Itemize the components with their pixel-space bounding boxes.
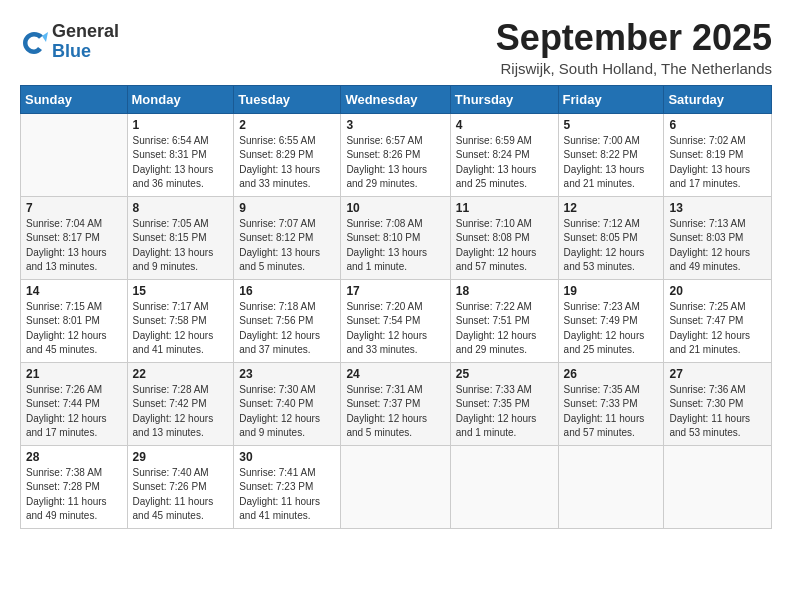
header-row: Sunday Monday Tuesday Wednesday Thursday… [21, 85, 772, 113]
cell-w3-d3: 17Sunrise: 7:20 AMSunset: 7:54 PMDayligh… [341, 279, 450, 362]
col-wednesday: Wednesday [341, 85, 450, 113]
day-info-21: Sunrise: 7:26 AMSunset: 7:44 PMDaylight:… [26, 383, 122, 441]
day-number-24: 24 [346, 367, 444, 381]
cell-w1-d3: 3Sunrise: 6:57 AMSunset: 8:26 PMDaylight… [341, 113, 450, 196]
day-number-25: 25 [456, 367, 553, 381]
col-friday: Friday [558, 85, 664, 113]
cell-w3-d6: 20Sunrise: 7:25 AMSunset: 7:47 PMDayligh… [664, 279, 772, 362]
cell-w2-d3: 10Sunrise: 7:08 AMSunset: 8:10 PMDayligh… [341, 196, 450, 279]
cell-w1-d2: 2Sunrise: 6:55 AMSunset: 8:29 PMDaylight… [234, 113, 341, 196]
day-info-7: Sunrise: 7:04 AMSunset: 8:17 PMDaylight:… [26, 217, 122, 275]
cell-w3-d0: 14Sunrise: 7:15 AMSunset: 8:01 PMDayligh… [21, 279, 128, 362]
day-number-3: 3 [346, 118, 444, 132]
day-number-7: 7 [26, 201, 122, 215]
col-saturday: Saturday [664, 85, 772, 113]
col-thursday: Thursday [450, 85, 558, 113]
cell-w5-d3 [341, 445, 450, 528]
calendar-body: 1Sunrise: 6:54 AMSunset: 8:31 PMDaylight… [21, 113, 772, 528]
cell-w1-d1: 1Sunrise: 6:54 AMSunset: 8:31 PMDaylight… [127, 113, 234, 196]
day-info-18: Sunrise: 7:22 AMSunset: 7:51 PMDaylight:… [456, 300, 553, 358]
day-info-6: Sunrise: 7:02 AMSunset: 8:19 PMDaylight:… [669, 134, 766, 192]
header: General Blue September 2025 Rijswijk, So… [20, 18, 772, 77]
day-info-15: Sunrise: 7:17 AMSunset: 7:58 PMDaylight:… [133, 300, 229, 358]
day-number-22: 22 [133, 367, 229, 381]
cell-w3-d4: 18Sunrise: 7:22 AMSunset: 7:51 PMDayligh… [450, 279, 558, 362]
day-number-19: 19 [564, 284, 659, 298]
day-info-2: Sunrise: 6:55 AMSunset: 8:29 PMDaylight:… [239, 134, 335, 192]
cell-w2-d0: 7Sunrise: 7:04 AMSunset: 8:17 PMDaylight… [21, 196, 128, 279]
day-number-10: 10 [346, 201, 444, 215]
day-info-17: Sunrise: 7:20 AMSunset: 7:54 PMDaylight:… [346, 300, 444, 358]
day-info-20: Sunrise: 7:25 AMSunset: 7:47 PMDaylight:… [669, 300, 766, 358]
cell-w5-d1: 29Sunrise: 7:40 AMSunset: 7:26 PMDayligh… [127, 445, 234, 528]
cell-w5-d5 [558, 445, 664, 528]
day-number-1: 1 [133, 118, 229, 132]
day-info-26: Sunrise: 7:35 AMSunset: 7:33 PMDaylight:… [564, 383, 659, 441]
day-number-13: 13 [669, 201, 766, 215]
cell-w3-d5: 19Sunrise: 7:23 AMSunset: 7:49 PMDayligh… [558, 279, 664, 362]
day-number-6: 6 [669, 118, 766, 132]
cell-w5-d4 [450, 445, 558, 528]
day-number-21: 21 [26, 367, 122, 381]
day-number-14: 14 [26, 284, 122, 298]
logo-general-text: General [52, 22, 119, 42]
day-info-24: Sunrise: 7:31 AMSunset: 7:37 PMDaylight:… [346, 383, 444, 441]
week-row-1: 1Sunrise: 6:54 AMSunset: 8:31 PMDaylight… [21, 113, 772, 196]
cell-w1-d0 [21, 113, 128, 196]
day-number-20: 20 [669, 284, 766, 298]
logo-blue-text: Blue [52, 42, 119, 62]
page: General Blue September 2025 Rijswijk, So… [0, 0, 792, 543]
cell-w2-d2: 9Sunrise: 7:07 AMSunset: 8:12 PMDaylight… [234, 196, 341, 279]
day-number-15: 15 [133, 284, 229, 298]
day-info-22: Sunrise: 7:28 AMSunset: 7:42 PMDaylight:… [133, 383, 229, 441]
week-row-2: 7Sunrise: 7:04 AMSunset: 8:17 PMDaylight… [21, 196, 772, 279]
day-number-28: 28 [26, 450, 122, 464]
cell-w2-d1: 8Sunrise: 7:05 AMSunset: 8:15 PMDaylight… [127, 196, 234, 279]
logo: General Blue [20, 22, 119, 62]
location: Rijswijk, South Holland, The Netherlands [496, 60, 772, 77]
day-info-27: Sunrise: 7:36 AMSunset: 7:30 PMDaylight:… [669, 383, 766, 441]
day-info-8: Sunrise: 7:05 AMSunset: 8:15 PMDaylight:… [133, 217, 229, 275]
day-info-28: Sunrise: 7:38 AMSunset: 7:28 PMDaylight:… [26, 466, 122, 524]
day-info-11: Sunrise: 7:10 AMSunset: 8:08 PMDaylight:… [456, 217, 553, 275]
cell-w4-d6: 27Sunrise: 7:36 AMSunset: 7:30 PMDayligh… [664, 362, 772, 445]
day-number-17: 17 [346, 284, 444, 298]
day-info-4: Sunrise: 6:59 AMSunset: 8:24 PMDaylight:… [456, 134, 553, 192]
day-number-18: 18 [456, 284, 553, 298]
cell-w1-d5: 5Sunrise: 7:00 AMSunset: 8:22 PMDaylight… [558, 113, 664, 196]
day-info-19: Sunrise: 7:23 AMSunset: 7:49 PMDaylight:… [564, 300, 659, 358]
day-number-29: 29 [133, 450, 229, 464]
week-row-3: 14Sunrise: 7:15 AMSunset: 8:01 PMDayligh… [21, 279, 772, 362]
col-sunday: Sunday [21, 85, 128, 113]
cell-w4-d2: 23Sunrise: 7:30 AMSunset: 7:40 PMDayligh… [234, 362, 341, 445]
day-number-11: 11 [456, 201, 553, 215]
day-info-14: Sunrise: 7:15 AMSunset: 8:01 PMDaylight:… [26, 300, 122, 358]
col-tuesday: Tuesday [234, 85, 341, 113]
day-info-30: Sunrise: 7:41 AMSunset: 7:23 PMDaylight:… [239, 466, 335, 524]
week-row-5: 28Sunrise: 7:38 AMSunset: 7:28 PMDayligh… [21, 445, 772, 528]
cell-w4-d1: 22Sunrise: 7:28 AMSunset: 7:42 PMDayligh… [127, 362, 234, 445]
cell-w5-d2: 30Sunrise: 7:41 AMSunset: 7:23 PMDayligh… [234, 445, 341, 528]
day-info-16: Sunrise: 7:18 AMSunset: 7:56 PMDaylight:… [239, 300, 335, 358]
cell-w4-d5: 26Sunrise: 7:35 AMSunset: 7:33 PMDayligh… [558, 362, 664, 445]
day-number-30: 30 [239, 450, 335, 464]
cell-w4-d4: 25Sunrise: 7:33 AMSunset: 7:35 PMDayligh… [450, 362, 558, 445]
cell-w5-d6 [664, 445, 772, 528]
day-info-29: Sunrise: 7:40 AMSunset: 7:26 PMDaylight:… [133, 466, 229, 524]
cell-w3-d1: 15Sunrise: 7:17 AMSunset: 7:58 PMDayligh… [127, 279, 234, 362]
cell-w3-d2: 16Sunrise: 7:18 AMSunset: 7:56 PMDayligh… [234, 279, 341, 362]
day-number-9: 9 [239, 201, 335, 215]
day-number-23: 23 [239, 367, 335, 381]
day-info-10: Sunrise: 7:08 AMSunset: 8:10 PMDaylight:… [346, 217, 444, 275]
day-info-25: Sunrise: 7:33 AMSunset: 7:35 PMDaylight:… [456, 383, 553, 441]
day-info-1: Sunrise: 6:54 AMSunset: 8:31 PMDaylight:… [133, 134, 229, 192]
cell-w2-d4: 11Sunrise: 7:10 AMSunset: 8:08 PMDayligh… [450, 196, 558, 279]
calendar-header: Sunday Monday Tuesday Wednesday Thursday… [21, 85, 772, 113]
col-monday: Monday [127, 85, 234, 113]
day-number-12: 12 [564, 201, 659, 215]
day-info-9: Sunrise: 7:07 AMSunset: 8:12 PMDaylight:… [239, 217, 335, 275]
cell-w5-d0: 28Sunrise: 7:38 AMSunset: 7:28 PMDayligh… [21, 445, 128, 528]
day-number-26: 26 [564, 367, 659, 381]
day-number-8: 8 [133, 201, 229, 215]
cell-w2-d5: 12Sunrise: 7:12 AMSunset: 8:05 PMDayligh… [558, 196, 664, 279]
